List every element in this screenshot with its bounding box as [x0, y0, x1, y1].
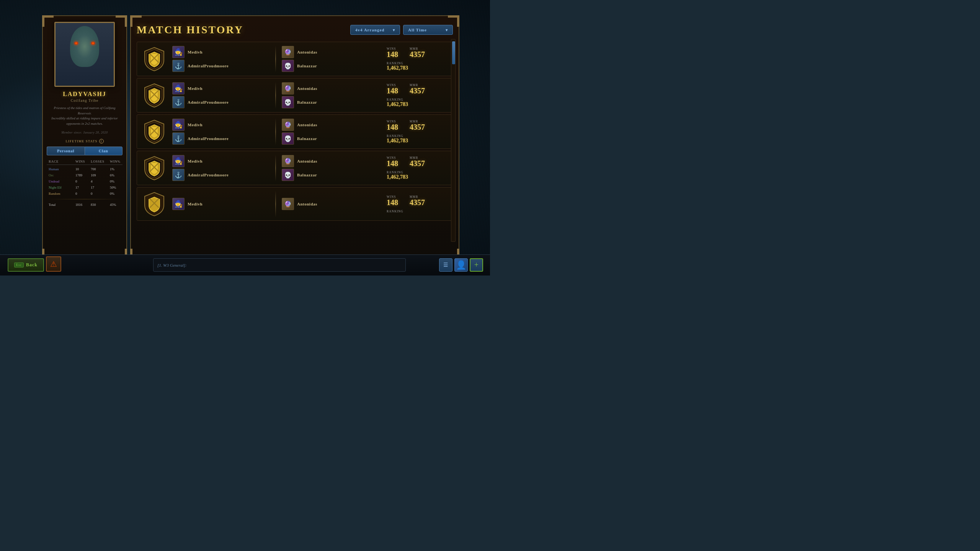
match-stats: Wins148 MMR4357 Ranking1,462,783 [387, 83, 448, 108]
match-stats: Wins148 MMR4357 Ranking1,462,783 [387, 156, 448, 180]
time-dropdown[interactable]: All Time ▾ [403, 25, 453, 35]
stats-row-nightelf: Night Elf 17 17 50% [47, 184, 122, 191]
member-since: Member since: January 28, 2020 [62, 131, 108, 134]
match-stats: Wins148 MMR4357 Ranking [387, 195, 448, 213]
player-portrait [282, 132, 294, 145]
match-badge [142, 191, 167, 217]
player-portrait [172, 198, 185, 210]
shield-icon [143, 192, 166, 217]
player-portrait-balnazzar [282, 60, 294, 72]
match-badge [142, 46, 167, 72]
back-button[interactable]: Esc Back [8, 258, 44, 272]
vs-divider [275, 46, 276, 72]
match-badge [142, 82, 167, 109]
shield-icon [143, 83, 166, 108]
add-friend-button[interactable]: + [470, 258, 483, 272]
stats-tabs: Personal Clan [47, 147, 122, 155]
player-portrait [282, 169, 294, 181]
lifetime-stats-header: Lifetime Stats i [65, 139, 103, 143]
opponent-name: Antonidas [297, 159, 317, 163]
stats-row-human: Human 10 700 1% [47, 166, 122, 172]
player-name: LadyVashj [63, 91, 106, 98]
match-badge [142, 118, 167, 145]
player-entry: Medivh [172, 46, 270, 58]
player-portrait [172, 132, 185, 145]
opponent-name: Antonidas [297, 202, 317, 206]
chat-input[interactable] [187, 263, 402, 267]
scrollbar[interactable] [451, 39, 456, 242]
tab-clan[interactable]: Clan [85, 147, 123, 155]
player-name: Medivh [188, 202, 203, 206]
player-avatar [54, 22, 115, 87]
player-name: Medivh [188, 159, 203, 163]
player-name: AdmiralProudmoore [188, 136, 229, 141]
mode-dropdown[interactable]: 4v4 Arranged ▾ [350, 25, 400, 35]
player-portrait [282, 82, 294, 95]
team-players: Medivh AdmiralProudmoore [172, 155, 270, 181]
shield-icon [143, 47, 166, 72]
opponent-entry: Antonidas [282, 46, 379, 58]
opponent-name: Antonidas [297, 86, 317, 91]
player-portrait [172, 169, 185, 181]
alert-button[interactable]: ⚠ [46, 256, 61, 272]
tab-personal[interactable]: Personal [47, 147, 85, 155]
match-history-title: Match History [137, 24, 243, 36]
chevron-down-icon: ▾ [393, 28, 395, 32]
esc-badge: Esc [14, 262, 24, 267]
team-players: Medivh AdmiralProudmoore [172, 82, 270, 108]
team-opponents: Antonidas Balnazzar [282, 46, 379, 72]
scrollbar-thumb[interactable] [452, 41, 455, 64]
vs-divider [275, 191, 276, 217]
match-stats: Wins148 MMR4357 Ranking1,462,783 [387, 120, 448, 144]
match-history-panel: Match History 4v4 Arranged ▾ All Time ▾ [130, 15, 459, 260]
player-portrait-medivh [172, 46, 185, 58]
header-dropdowns: 4v4 Arranged ▾ All Time ▾ [350, 25, 453, 35]
info-icon[interactable]: i [99, 139, 104, 143]
back-label: Back [26, 262, 38, 268]
stats-table: Race Wins Losses Win% Human 10 700 1% Or… [47, 158, 122, 208]
stats-row-orc: Orc 1789 109 6% [47, 172, 122, 178]
match-row[interactable]: Medivh AdmiralProudmoore Antonidas Balna… [137, 151, 453, 185]
match-row[interactable]: Medivh AdmiralProudmoore Antonidas Balna… [137, 114, 453, 149]
vs-divider [275, 118, 276, 145]
match-row[interactable]: Medivh AdmiralProudmoore Antonidas Balna… [137, 78, 453, 112]
player-name: Medivh [188, 122, 203, 127]
team-opponents: Antonidas Balnazzar [282, 82, 379, 108]
player-clan: Coilfang Tribe [71, 98, 99, 103]
match-header-row: Match History 4v4 Arranged ▾ All Time ▾ [137, 24, 453, 36]
opponent-name: Balnazzar [297, 173, 317, 177]
player-name-admiral: AdmiralProudmoore [188, 64, 229, 68]
match-stats: Wins 148 MMR 4357 Ranking 1,462,783 [387, 47, 448, 71]
stats-row-random: Random 0 0 0% [47, 191, 122, 197]
player-portrait [172, 155, 185, 167]
stats-row-undead: Undead 0 4 0% [47, 178, 122, 184]
vs-divider [275, 82, 276, 109]
opponent-entry: Balnazzar [282, 60, 379, 72]
player-portrait [172, 96, 185, 108]
player-portrait [172, 119, 185, 131]
player-name: AdmiralProudmoore [188, 173, 229, 177]
player-portrait [282, 155, 294, 167]
stats-row-total: Total 1816 830 45% [47, 202, 122, 208]
match-badge [142, 155, 167, 181]
shield-icon [143, 156, 166, 181]
opponent-name: Antonidas [297, 122, 317, 127]
bottom-bar: Esc Back ⚠ [1. W3 General]: + 👤 ☰ [0, 254, 490, 276]
match-row[interactable]: Medivh Antonidas Wins148 MMR4357 Ranking [137, 187, 453, 221]
player-portrait-antonidas [282, 46, 294, 58]
player-portrait-admiral [172, 60, 185, 72]
team-players: Medivh AdmiralProudmoore [172, 119, 270, 145]
match-row[interactable]: Medivh AdmiralProudmoore Antonidas Balna… [137, 42, 453, 76]
menu-button[interactable]: ☰ [439, 258, 452, 272]
player-portrait [172, 82, 185, 95]
player-icon-button[interactable]: 👤 [454, 258, 468, 272]
chat-box[interactable]: [1. W3 General]: [153, 258, 406, 272]
match-list: Medivh AdmiralProudmoore Antonidas Balna… [137, 42, 453, 221]
opponent-name: Balnazzar [297, 136, 317, 141]
player-entry: AdmiralProudmoore [172, 60, 270, 72]
opponent-name: Balnazzar [297, 100, 317, 104]
team-opponents: Antonidas Balnazzar [282, 155, 379, 181]
player-name: AdmiralProudmoore [188, 100, 229, 104]
team-opponents: Antonidas Balnazzar [282, 119, 379, 145]
player-name-medivh: Medivh [188, 50, 203, 54]
